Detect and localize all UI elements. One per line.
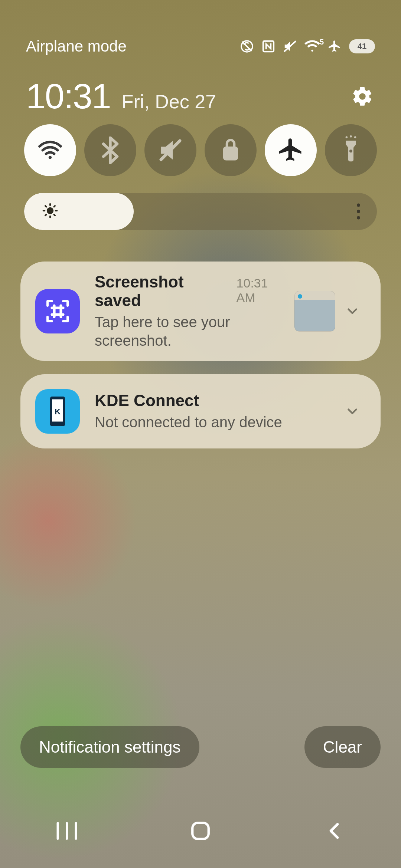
tile-airplane[interactable]: [265, 124, 317, 176]
clear-all-button[interactable]: Clear: [304, 726, 381, 768]
svg-text:K: K: [55, 407, 61, 416]
brightness-icon: [42, 203, 58, 220]
recent-icon: [54, 821, 80, 841]
wifi-icon: [37, 137, 63, 164]
mute-icon: [283, 39, 297, 53]
expand-button[interactable]: [339, 303, 366, 319]
back-icon: [324, 821, 344, 841]
clock-date: Fri, Dec 27: [122, 91, 216, 113]
gear-icon: [351, 85, 374, 108]
nav-recent-button[interactable]: [37, 821, 97, 841]
wifi-icon: 5: [304, 39, 320, 53]
notification-title: KDE Connect: [95, 391, 199, 410]
screenshot-thumbnail[interactable]: [294, 291, 335, 332]
bluetooth-icon: [97, 137, 124, 164]
clock-time: 10:31: [26, 76, 111, 116]
svg-point-6: [354, 136, 356, 138]
brightness-more-button[interactable]: [357, 204, 360, 220]
brightness-track: [24, 193, 377, 230]
settings-button[interactable]: [350, 84, 375, 109]
svg-rect-3: [223, 147, 238, 161]
svg-point-2: [49, 156, 52, 159]
home-icon: [190, 820, 211, 842]
battery-indicator: 41: [349, 39, 375, 53]
nav-home-button[interactable]: [171, 820, 230, 842]
tile-wifi[interactable]: [24, 124, 76, 176]
expand-button[interactable]: [339, 404, 366, 419]
status-left-label: Airplane mode: [26, 37, 127, 55]
brightness-fill: [24, 193, 134, 230]
notification-text: Tap here to see your screenshot.: [95, 313, 287, 350]
nav-back-button[interactable]: [304, 821, 364, 841]
shade-bottom-actions: Notification settings Clear: [20, 726, 381, 768]
notification-body: KDE Connect Not connected to any device: [95, 391, 335, 431]
tile-rotation-lock[interactable]: [205, 124, 257, 176]
svg-point-4: [346, 136, 348, 138]
chevron-down-icon: [345, 303, 360, 319]
brightness-slider[interactable]: [24, 193, 377, 230]
chevron-down-icon: [345, 404, 360, 419]
notification-time: 10:31 AM: [237, 276, 287, 305]
notification-body: Screenshot saved 10:31 AM Tap here to se…: [95, 273, 287, 350]
svg-rect-12: [192, 823, 209, 839]
notification-screenshot[interactable]: Screenshot saved 10:31 AM Tap here to se…: [20, 262, 381, 361]
airplane-status-icon: [327, 39, 342, 53]
notification-title: Screenshot saved: [95, 273, 228, 310]
airplane-icon: [277, 136, 305, 164]
svg-point-5: [350, 135, 352, 137]
lock-icon: [219, 137, 242, 163]
screenshot-app-icon: [35, 289, 80, 333]
flashlight-icon: [340, 135, 361, 165]
notification-text: Not connected to any device: [95, 413, 335, 431]
tile-bluetooth[interactable]: [84, 124, 136, 176]
status-bar: Airplane mode 5 41: [0, 35, 401, 57]
tile-flashlight[interactable]: [325, 124, 377, 176]
mute-icon: [156, 136, 185, 164]
qs-header: 10:31 Fri, Dec 27: [0, 76, 401, 116]
quick-settings-tiles: [0, 124, 401, 176]
nfc-icon: [261, 39, 276, 53]
svg-point-8: [47, 207, 53, 214]
notifications-list: Screenshot saved 10:31 AM Tap here to se…: [20, 262, 381, 448]
notification-settings-button[interactable]: Notification settings: [20, 726, 199, 768]
tile-sound[interactable]: [144, 124, 196, 176]
notification-kde-connect[interactable]: K KDE Connect Not connected to any devic…: [20, 374, 381, 448]
kde-connect-app-icon: K: [35, 389, 80, 434]
status-icons: 5 41: [240, 39, 375, 53]
crop-icon: [44, 298, 71, 325]
sync-off-icon: [240, 39, 254, 53]
svg-point-7: [349, 149, 352, 152]
phone-icon: K: [46, 395, 69, 428]
system-navigation-bar: [0, 814, 401, 848]
notification-shade: Airplane mode 5 41 10:31 Fri, Dec 27: [0, 0, 401, 868]
